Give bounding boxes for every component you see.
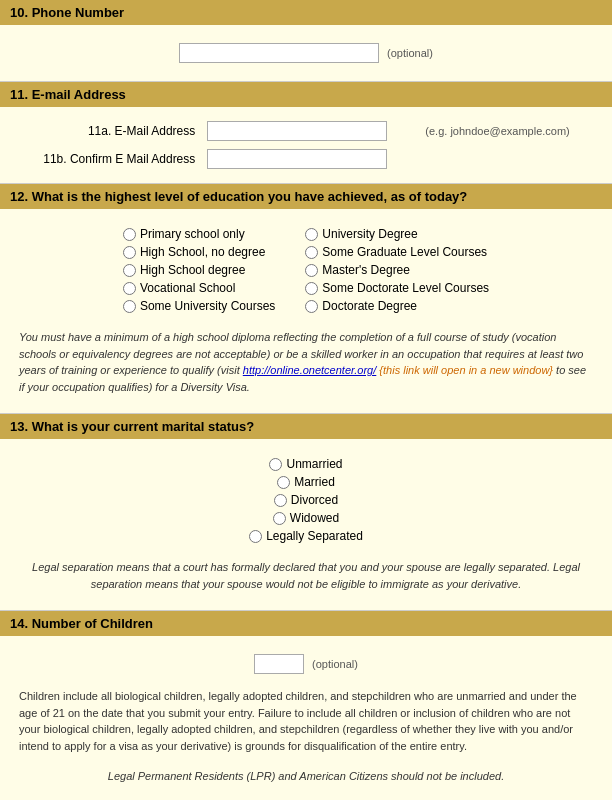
- section-11: 11. E-mail Address 11a. E-Mail Address (…: [0, 82, 612, 184]
- phone-number-row: (optional): [15, 35, 597, 71]
- children-number-input[interactable]: [254, 654, 304, 674]
- email-b-label: 11b. Confirm E Mail Address: [15, 145, 201, 173]
- education-radio[interactable]: [305, 246, 318, 259]
- education-option: High School, no degree: [123, 245, 275, 259]
- marital-radio[interactable]: [274, 494, 287, 507]
- education-options: Primary school onlyHigh School, no degre…: [15, 219, 597, 321]
- email-address-input[interactable]: [207, 121, 387, 141]
- onetcenter-link[interactable]: http://online.onetcenter.org/: [243, 364, 377, 376]
- education-radio[interactable]: [305, 282, 318, 295]
- children-lpr-note: Legal Permanent Residents (LPR) and Amer…: [15, 766, 597, 786]
- education-option: High School degree: [123, 263, 275, 277]
- marital-option: Divorced: [274, 493, 338, 507]
- section-12-header: 12. What is the highest level of educati…: [0, 184, 612, 209]
- children-note: Children include all biological children…: [15, 682, 597, 760]
- section-10-header: 10. Phone Number: [0, 0, 612, 25]
- education-option: Some University Courses: [123, 299, 275, 313]
- education-option: Some Doctorate Level Courses: [305, 281, 489, 295]
- marital-note: Legal separation means that a court has …: [15, 551, 597, 600]
- children-input-row: (optional): [15, 646, 597, 682]
- education-radio[interactable]: [123, 282, 136, 295]
- marital-option: Widowed: [273, 511, 339, 525]
- education-radio[interactable]: [123, 228, 136, 241]
- section-14: 14. Number of Children (optional) Childr…: [0, 611, 612, 800]
- education-col-right: University DegreeSome Graduate Level Cou…: [305, 227, 489, 313]
- education-option: University Degree: [305, 227, 489, 241]
- education-radio[interactable]: [305, 228, 318, 241]
- education-option: Master's Degree: [305, 263, 489, 277]
- marital-radio[interactable]: [277, 476, 290, 489]
- marital-radio[interactable]: [273, 512, 286, 525]
- marital-options: UnmarriedMarriedDivorcedWidowedLegally S…: [15, 449, 597, 551]
- education-radio[interactable]: [123, 246, 136, 259]
- marital-option: Legally Separated: [249, 529, 363, 543]
- education-radio[interactable]: [123, 264, 136, 277]
- phone-optional-label: (optional): [387, 47, 433, 59]
- section-11-header: 11. E-mail Address: [0, 82, 612, 107]
- confirm-email-input[interactable]: [207, 149, 387, 169]
- education-option: Doctorate Degree: [305, 299, 489, 313]
- marital-radio[interactable]: [269, 458, 282, 471]
- section-13-header: 13. What is your current marital status?: [0, 414, 612, 439]
- marital-radio[interactable]: [249, 530, 262, 543]
- email-address-row: 11a. E-Mail Address (e.g. johndoe@exampl…: [15, 117, 597, 145]
- email-a-label: 11a. E-Mail Address: [15, 117, 201, 145]
- education-option: Some Graduate Level Courses: [305, 245, 489, 259]
- marital-option: Unmarried: [269, 457, 342, 471]
- email-table: 11a. E-Mail Address (e.g. johndoe@exampl…: [15, 117, 597, 173]
- section-14-header: 14. Number of Children: [0, 611, 612, 636]
- email-hint: (e.g. johndoe@example.com): [419, 117, 597, 145]
- phone-number-input[interactable]: [179, 43, 379, 63]
- education-option: Primary school only: [123, 227, 275, 241]
- button-row: Continue Cancel Entry: [0, 796, 612, 800]
- marital-option: Married: [277, 475, 335, 489]
- children-body: (optional) Children include all biologic…: [0, 636, 612, 796]
- education-radio[interactable]: [305, 300, 318, 313]
- children-optional-label: (optional): [312, 658, 358, 670]
- section-12: 12. What is the highest level of educati…: [0, 184, 612, 414]
- confirm-email-row: 11b. Confirm E Mail Address: [15, 145, 597, 173]
- marital-body: UnmarriedMarriedDivorcedWidowedLegally S…: [0, 439, 612, 610]
- education-col-left: Primary school onlyHigh School, no degre…: [123, 227, 275, 313]
- education-radio[interactable]: [305, 264, 318, 277]
- education-body: Primary school onlyHigh School, no degre…: [0, 209, 612, 413]
- education-note: You must have a minimum of a high school…: [15, 321, 597, 403]
- section-13: 13. What is your current marital status?…: [0, 414, 612, 611]
- education-option: Vocational School: [123, 281, 275, 295]
- education-radio[interactable]: [123, 300, 136, 313]
- section-10: 10. Phone Number (optional): [0, 0, 612, 82]
